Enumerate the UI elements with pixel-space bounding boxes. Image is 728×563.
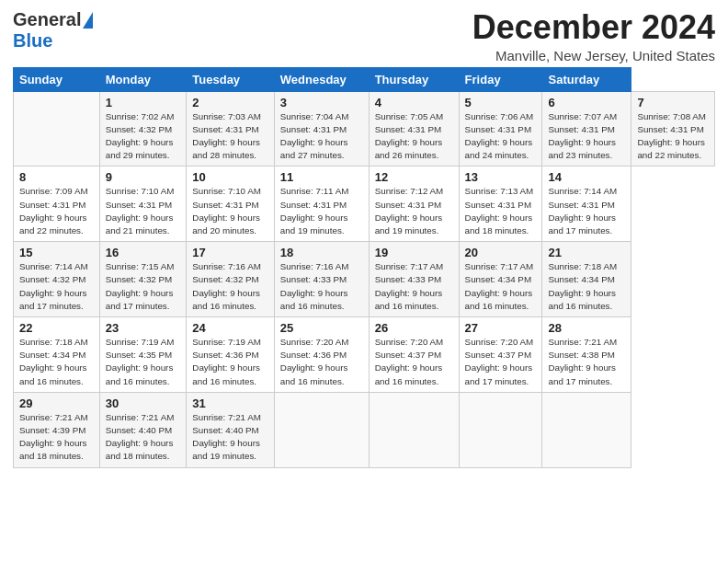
day-info: Sunrise: 7:16 AM Sunset: 4:33 PM Dayligh…: [280, 260, 363, 313]
day-cell: 21Sunrise: 7:18 AM Sunset: 4:34 PM Dayli…: [542, 242, 631, 317]
day-info: Sunrise: 7:17 AM Sunset: 4:33 PM Dayligh…: [375, 260, 453, 313]
day-info: Sunrise: 7:04 AM Sunset: 4:31 PM Dayligh…: [280, 110, 363, 163]
week-row-2: 15Sunrise: 7:14 AM Sunset: 4:32 PM Dayli…: [14, 242, 715, 317]
week-row-1: 8Sunrise: 7:09 AM Sunset: 4:31 PM Daylig…: [14, 167, 715, 242]
day-number: 27: [465, 321, 537, 335]
day-number: 12: [375, 170, 453, 184]
week-row-4: 29Sunrise: 7:21 AM Sunset: 4:39 PM Dayli…: [14, 392, 715, 467]
logo: General Blue: [13, 9, 93, 52]
day-cell: 31Sunrise: 7:21 AM Sunset: 4:40 PM Dayli…: [187, 392, 275, 467]
day-info: Sunrise: 7:20 AM Sunset: 4:36 PM Dayligh…: [280, 336, 363, 388]
col-header-wednesday: Wednesday: [274, 67, 369, 91]
day-info: Sunrise: 7:07 AM Sunset: 4:31 PM Dayligh…: [548, 110, 625, 163]
day-info: Sunrise: 7:13 AM Sunset: 4:31 PM Dayligh…: [465, 185, 537, 237]
day-cell: [274, 392, 369, 467]
logo-general: General: [13, 9, 81, 30]
col-header-tuesday: Tuesday: [187, 67, 275, 91]
day-number: 4: [375, 96, 453, 109]
day-info: Sunrise: 7:14 AM Sunset: 4:32 PM Dayligh…: [19, 260, 94, 313]
day-cell: 8Sunrise: 7:09 AM Sunset: 4:31 PM Daylig…: [14, 167, 100, 242]
day-number: 5: [465, 96, 537, 109]
day-cell: 10Sunrise: 7:10 AM Sunset: 4:31 PM Dayli…: [187, 167, 275, 242]
day-number: 19: [375, 246, 453, 259]
day-info: Sunrise: 7:20 AM Sunset: 4:37 PM Dayligh…: [465, 336, 537, 388]
day-cell: 15Sunrise: 7:14 AM Sunset: 4:32 PM Dayli…: [14, 242, 100, 317]
day-info: Sunrise: 7:19 AM Sunset: 4:36 PM Dayligh…: [192, 336, 268, 388]
day-cell: 6Sunrise: 7:07 AM Sunset: 4:31 PM Daylig…: [542, 91, 631, 167]
day-cell: 16Sunrise: 7:15 AM Sunset: 4:32 PM Dayli…: [99, 242, 187, 317]
day-cell: 12Sunrise: 7:12 AM Sunset: 4:31 PM Dayli…: [369, 167, 459, 242]
day-info: Sunrise: 7:19 AM Sunset: 4:35 PM Dayligh…: [106, 336, 181, 388]
week-row-0: 1Sunrise: 7:02 AM Sunset: 4:32 PM Daylig…: [14, 91, 715, 167]
day-number: 29: [19, 396, 94, 410]
day-cell: 22Sunrise: 7:18 AM Sunset: 4:34 PM Dayli…: [14, 317, 100, 393]
calendar-table: SundayMondayTuesdayWednesdayThursdayFrid…: [13, 67, 715, 468]
day-number: 22: [19, 321, 94, 335]
day-number: 6: [548, 96, 625, 109]
day-number: 1: [106, 96, 181, 109]
day-cell: [369, 392, 459, 467]
page-container: General Blue December 2024 Manville, New…: [0, 0, 728, 474]
day-number: 8: [19, 170, 94, 184]
day-number: 16: [106, 246, 181, 259]
day-cell: 19Sunrise: 7:17 AM Sunset: 4:33 PM Dayli…: [369, 242, 459, 317]
day-cell: 30Sunrise: 7:21 AM Sunset: 4:40 PM Dayli…: [99, 392, 187, 467]
day-info: Sunrise: 7:21 AM Sunset: 4:39 PM Dayligh…: [19, 411, 94, 464]
header: General Blue December 2024 Manville, New…: [13, 9, 715, 63]
day-number: 30: [106, 396, 181, 410]
day-info: Sunrise: 7:21 AM Sunset: 4:40 PM Dayligh…: [106, 411, 181, 464]
day-cell: 26Sunrise: 7:20 AM Sunset: 4:37 PM Dayli…: [369, 317, 459, 393]
day-cell: 20Sunrise: 7:17 AM Sunset: 4:34 PM Dayli…: [459, 242, 542, 317]
day-cell: 7Sunrise: 7:08 AM Sunset: 4:31 PM Daylig…: [631, 91, 715, 167]
day-cell: 9Sunrise: 7:10 AM Sunset: 4:31 PM Daylig…: [99, 167, 187, 242]
day-info: Sunrise: 7:09 AM Sunset: 4:31 PM Dayligh…: [19, 185, 94, 237]
day-info: Sunrise: 7:18 AM Sunset: 4:34 PM Dayligh…: [19, 336, 94, 388]
day-info: Sunrise: 7:10 AM Sunset: 4:31 PM Dayligh…: [106, 185, 181, 237]
day-info: Sunrise: 7:11 AM Sunset: 4:31 PM Dayligh…: [280, 185, 363, 237]
col-header-friday: Friday: [459, 67, 542, 91]
col-header-saturday: Saturday: [542, 67, 631, 91]
day-number: 13: [465, 170, 537, 184]
day-cell: 13Sunrise: 7:13 AM Sunset: 4:31 PM Dayli…: [459, 167, 542, 242]
day-number: 21: [548, 246, 625, 259]
day-cell: 23Sunrise: 7:19 AM Sunset: 4:35 PM Dayli…: [99, 317, 187, 393]
day-cell: 27Sunrise: 7:20 AM Sunset: 4:37 PM Dayli…: [459, 317, 542, 393]
day-number: 3: [280, 96, 363, 109]
day-number: 26: [375, 321, 453, 335]
day-info: Sunrise: 7:06 AM Sunset: 4:31 PM Dayligh…: [465, 110, 537, 163]
day-info: Sunrise: 7:20 AM Sunset: 4:37 PM Dayligh…: [375, 336, 453, 388]
title-block: December 2024 Manville, New Jersey, Unit…: [472, 9, 715, 63]
day-info: Sunrise: 7:15 AM Sunset: 4:32 PM Dayligh…: [106, 260, 181, 313]
day-info: Sunrise: 7:16 AM Sunset: 4:32 PM Dayligh…: [192, 260, 268, 313]
day-cell: 2Sunrise: 7:03 AM Sunset: 4:31 PM Daylig…: [187, 91, 275, 167]
day-info: Sunrise: 7:03 AM Sunset: 4:31 PM Dayligh…: [192, 110, 268, 163]
day-cell: 14Sunrise: 7:14 AM Sunset: 4:31 PM Dayli…: [542, 167, 631, 242]
day-cell: 25Sunrise: 7:20 AM Sunset: 4:36 PM Dayli…: [274, 317, 369, 393]
day-number: 14: [548, 170, 625, 184]
day-number: 18: [280, 246, 363, 259]
day-info: Sunrise: 7:02 AM Sunset: 4:32 PM Dayligh…: [106, 110, 181, 163]
day-info: Sunrise: 7:08 AM Sunset: 4:31 PM Dayligh…: [637, 110, 709, 163]
day-number: 28: [548, 321, 625, 335]
day-info: Sunrise: 7:14 AM Sunset: 4:31 PM Dayligh…: [548, 185, 625, 237]
day-cell: [459, 392, 542, 467]
day-number: 24: [192, 321, 268, 335]
day-cell: 29Sunrise: 7:21 AM Sunset: 4:39 PM Dayli…: [14, 392, 100, 467]
day-info: Sunrise: 7:17 AM Sunset: 4:34 PM Dayligh…: [465, 260, 537, 313]
week-row-3: 22Sunrise: 7:18 AM Sunset: 4:34 PM Dayli…: [14, 317, 715, 393]
day-number: 9: [106, 170, 181, 184]
day-info: Sunrise: 7:12 AM Sunset: 4:31 PM Dayligh…: [375, 185, 453, 237]
day-number: 31: [192, 396, 268, 410]
day-cell: 11Sunrise: 7:11 AM Sunset: 4:31 PM Dayli…: [274, 167, 369, 242]
day-cell: 17Sunrise: 7:16 AM Sunset: 4:32 PM Dayli…: [187, 242, 275, 317]
day-cell: 5Sunrise: 7:06 AM Sunset: 4:31 PM Daylig…: [459, 91, 542, 167]
day-number: 25: [280, 321, 363, 335]
header-row: SundayMondayTuesdayWednesdayThursdayFrid…: [14, 67, 715, 91]
day-info: Sunrise: 7:05 AM Sunset: 4:31 PM Dayligh…: [375, 110, 453, 163]
day-number: 20: [465, 246, 537, 259]
day-number: 17: [192, 246, 268, 259]
col-header-sunday: Sunday: [14, 67, 100, 91]
day-info: Sunrise: 7:18 AM Sunset: 4:34 PM Dayligh…: [548, 260, 625, 313]
day-cell: [542, 392, 631, 467]
col-header-thursday: Thursday: [369, 67, 459, 91]
